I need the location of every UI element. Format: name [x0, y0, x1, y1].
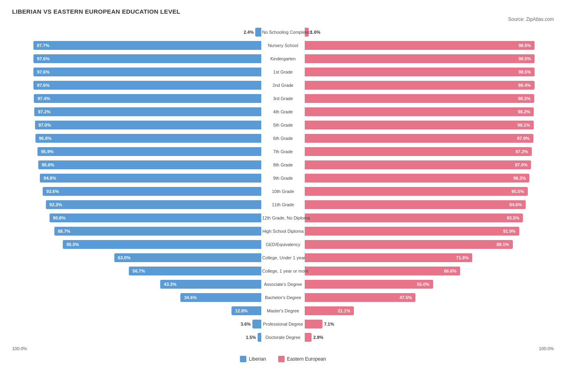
- left-bar: 88.7%: [54, 227, 261, 236]
- row-center-label: 12th Grade, No Diploma: [261, 215, 305, 220]
- right-bar: 94.6%: [305, 200, 526, 209]
- right-bar-section: 98.4%: [305, 79, 554, 91]
- right-bar: 98.3%: [305, 94, 534, 103]
- left-bar-section: 97.6%: [12, 79, 261, 91]
- right-bar-label: 98.5%: [516, 43, 533, 48]
- left-bar-section: 85.0%: [12, 238, 261, 250]
- left-bar: 97.2%: [34, 107, 261, 116]
- right-bar: 97.2%: [305, 147, 532, 156]
- right-bar-label: 98.5%: [516, 56, 533, 61]
- row-center-label: 11th Grade: [261, 202, 305, 207]
- left-bar-label: 97.6%: [35, 70, 52, 74]
- bar-row: 3.6%Professional Degree7.1%: [12, 318, 554, 330]
- right-bar: 66.6%: [305, 267, 460, 275]
- legend-liberian: Liberian: [240, 356, 266, 362]
- left-bar-label: 97.6%: [35, 83, 52, 88]
- left-bar-label: 90.8%: [51, 215, 68, 220]
- left-bar-section: 97.0%: [12, 119, 261, 131]
- bar-row: 97.6%1st Grade98.5%: [12, 66, 554, 78]
- left-bar-section: 97.2%: [12, 106, 261, 118]
- bar-row: 93.6%10th Grade95.5%: [12, 185, 554, 197]
- left-bar-label: 88.7%: [56, 229, 72, 234]
- right-bar-section: 91.9%: [305, 225, 554, 237]
- left-bar: 34.6%: [180, 293, 261, 302]
- bar-row: 34.6%Bachelor's Degree47.5%: [12, 291, 554, 304]
- left-bar: 94.8%: [40, 174, 261, 183]
- left-bar-section: 63.0%: [12, 252, 261, 264]
- left-bar-label: 93.6%: [44, 189, 61, 194]
- right-bar: [305, 320, 322, 328]
- left-bar: 97.7%: [33, 41, 262, 50]
- left-bar-label: 92.3%: [48, 202, 64, 207]
- row-center-label: College, Under 1 year: [261, 255, 305, 260]
- right-bar: 95.5%: [305, 187, 528, 196]
- left-bar: [258, 333, 261, 342]
- left-bar-section: 56.7%: [12, 265, 261, 277]
- row-center-label: GED/Equivalency: [261, 242, 305, 247]
- row-center-label: Nursery School: [261, 43, 305, 48]
- legend: Liberian Eastern European: [12, 356, 554, 362]
- left-bar: 85.0%: [63, 240, 261, 249]
- left-bar-section: 1.5%: [12, 331, 261, 343]
- right-bar: 97.9%: [305, 134, 533, 143]
- left-bar-section: 93.6%: [12, 185, 261, 197]
- left-bar-label: 34.6%: [182, 295, 198, 300]
- right-bar-section: 95.5%: [305, 185, 554, 197]
- bar-row: 96.8%6th Grade97.9%: [12, 132, 554, 144]
- legend-box-liberian: [240, 356, 246, 362]
- left-bar: 95.9%: [37, 147, 261, 156]
- row-center-label: Doctorate Degree: [261, 335, 305, 340]
- left-bar-section: 3.6%: [12, 318, 261, 330]
- right-bar-label: 91.9%: [501, 229, 518, 234]
- left-bar: 56.7%: [129, 267, 261, 275]
- left-bar-section: 95.6%: [12, 159, 261, 171]
- right-bar-label: 98.3%: [516, 96, 533, 101]
- right-bar-label: 89.1%: [494, 242, 511, 247]
- legend-eastern-european: Eastern European: [278, 356, 326, 362]
- left-bar-label-outside: 3.6%: [241, 322, 251, 326]
- right-bar: 98.5%: [305, 68, 535, 76]
- bar-row: 92.3%11th Grade94.6%: [12, 199, 554, 211]
- left-bar: 97.0%: [35, 121, 262, 129]
- left-bar: 90.8%: [50, 213, 262, 222]
- right-bar: 55.0%: [305, 280, 433, 289]
- right-bar-label: 71.8%: [454, 255, 471, 260]
- bar-row: 97.4%3rd Grade98.3%: [12, 92, 554, 105]
- right-bar: 98.2%: [305, 107, 534, 116]
- left-bar-label: 97.0%: [37, 123, 53, 127]
- right-bar-label: 66.6%: [442, 269, 459, 273]
- right-bar-section: 97.2%: [305, 146, 554, 158]
- row-center-label: College, 1 year or more: [261, 269, 305, 273]
- bar-row: 1.5%Doctorate Degree2.8%: [12, 331, 554, 343]
- left-bar-label: 85.0%: [64, 242, 81, 247]
- left-bar-label: 97.2%: [36, 109, 52, 114]
- left-bar-label: 12.8%: [233, 308, 250, 313]
- right-bar-section: 7.1%: [305, 318, 554, 330]
- bar-row: 2.4%No Schooling Completed1.6%: [12, 26, 554, 38]
- right-bar-section: 94.6%: [305, 199, 554, 211]
- right-bar-section: 47.5%: [305, 291, 554, 304]
- right-bar-label: 93.5%: [505, 215, 521, 220]
- left-bar-label-outside: 1.5%: [246, 335, 256, 340]
- right-bar-section: 98.5%: [305, 53, 554, 65]
- legend-liberian-label: Liberian: [249, 356, 266, 362]
- source-label: Source: ZipAtlas.com: [12, 16, 554, 22]
- bar-row: 63.0%College, Under 1 year71.8%: [12, 252, 554, 264]
- right-bar-label: 96.3%: [511, 176, 528, 181]
- left-bar-label: 95.6%: [40, 162, 56, 167]
- left-bar-section: 43.3%: [12, 278, 261, 290]
- chart-title: Liberian vs Eastern European Education L…: [12, 8, 554, 15]
- left-bar-label: 94.8%: [41, 176, 58, 181]
- left-bar-label: 56.7%: [130, 269, 147, 273]
- row-center-label: Associate's Degree: [261, 282, 305, 287]
- right-bar-section: 66.6%: [305, 265, 554, 277]
- right-bar-section: 97.0%: [305, 159, 554, 171]
- right-bar-section: 98.5%: [305, 39, 554, 51]
- left-bar: 96.8%: [35, 134, 261, 143]
- left-bar: 97.6%: [33, 81, 261, 90]
- row-center-label: 1st Grade: [261, 70, 305, 74]
- right-bar: 21.1%: [305, 306, 354, 315]
- row-center-label: Bachelor's Degree: [261, 295, 305, 300]
- row-center-label: 6th Grade: [261, 136, 305, 141]
- right-bar-section: 93.5%: [305, 212, 554, 224]
